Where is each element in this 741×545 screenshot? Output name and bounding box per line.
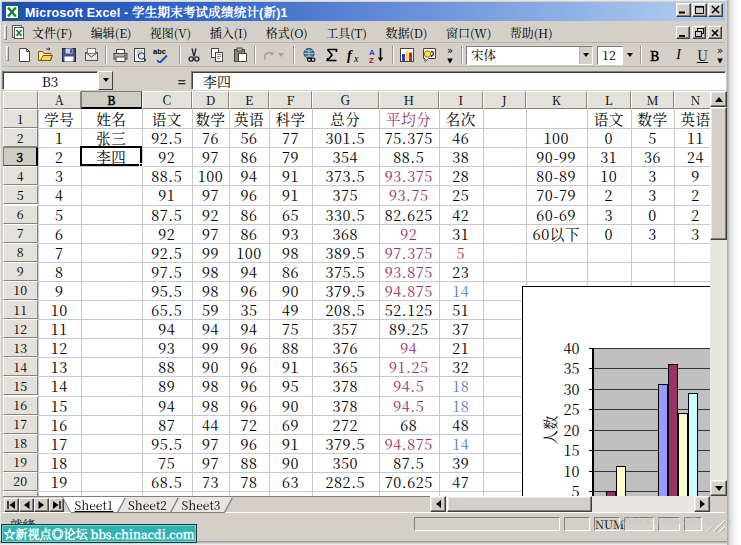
- row-header-6[interactable]: 6: [3, 205, 38, 224]
- cell-H17[interactable]: 68: [379, 415, 440, 434]
- column-header-N[interactable]: N: [674, 91, 710, 109]
- open-button[interactable]: [35, 45, 55, 65]
- cell-E5[interactable]: 96: [229, 185, 269, 204]
- sheet-tab-sheet2[interactable]: Sheet2: [117, 497, 178, 512]
- cell-E7[interactable]: 86: [229, 224, 269, 243]
- cell-D9[interactable]: 98: [192, 262, 229, 281]
- cell-L3[interactable]: 31: [587, 147, 632, 166]
- cell-M4[interactable]: 3: [631, 166, 674, 185]
- cell-G1[interactable]: 总分: [312, 109, 379, 128]
- cell-M6[interactable]: 0: [631, 205, 674, 224]
- cell-E12[interactable]: 94: [229, 319, 269, 338]
- cell-D7[interactable]: 97: [192, 224, 229, 243]
- cell-K3[interactable]: 90-99: [526, 147, 587, 166]
- cell-M1[interactable]: 数学: [631, 109, 674, 128]
- cell-H11[interactable]: 52.125: [379, 300, 440, 319]
- cell-F10[interactable]: 90: [269, 281, 312, 300]
- underline-button[interactable]: U: [693, 45, 712, 65]
- column-header-M[interactable]: M: [631, 91, 674, 109]
- cell-H7[interactable]: 92: [379, 224, 440, 243]
- cut-button[interactable]: [184, 45, 204, 65]
- cell-M5[interactable]: 3: [631, 185, 674, 204]
- cell-A7[interactable]: 6: [38, 224, 82, 243]
- cell-F9[interactable]: 86: [269, 262, 312, 281]
- cell-E17[interactable]: 72: [229, 415, 269, 434]
- undo-dropdown[interactable]: [275, 45, 287, 65]
- cell-G11[interactable]: 208.5: [312, 300, 379, 319]
- cell-C3[interactable]: 92: [142, 147, 193, 166]
- cell-E11[interactable]: 35: [229, 300, 269, 319]
- maximize-button[interactable]: [692, 3, 707, 17]
- cell-A1[interactable]: 学号: [38, 109, 82, 128]
- workbook-icon[interactable]: [11, 25, 25, 39]
- cell-N6[interactable]: 2: [674, 205, 710, 224]
- cell-G6[interactable]: 330.5: [312, 205, 379, 224]
- cell-F5[interactable]: 91: [269, 185, 312, 204]
- sort-ascending-button[interactable]: A Z: [367, 45, 387, 65]
- row-header-9[interactable]: 9: [3, 262, 38, 281]
- cell-H12[interactable]: 89.25: [379, 319, 440, 338]
- cell-A19[interactable]: 18: [38, 453, 82, 472]
- cell-A12[interactable]: 11: [38, 319, 82, 338]
- menu-file[interactable]: 文件(F): [28, 22, 76, 43]
- cell-H2[interactable]: 75.375: [379, 128, 440, 147]
- insert-hyperlink-button[interactable]: [299, 45, 319, 65]
- cell-M2[interactable]: 5: [631, 128, 674, 147]
- cell-D4[interactable]: 100: [192, 166, 229, 185]
- column-header-E[interactable]: E: [229, 91, 269, 109]
- cell-E14[interactable]: 96: [229, 357, 269, 376]
- column-header-G[interactable]: G: [312, 91, 379, 109]
- cell-L2[interactable]: 0: [587, 128, 632, 147]
- toolbar-grip[interactable]: [6, 46, 9, 61]
- cell-G9[interactable]: 375.5: [312, 262, 379, 281]
- print-preview-button[interactable]: [130, 45, 150, 65]
- cell-A6[interactable]: 5: [38, 205, 82, 224]
- cell-F8[interactable]: 98: [269, 243, 312, 262]
- cell-C16[interactable]: 94: [142, 396, 193, 415]
- cell-D15[interactable]: 98: [192, 376, 229, 395]
- cell-E4[interactable]: 94: [229, 166, 269, 185]
- cell-I8[interactable]: 5: [439, 243, 483, 262]
- cell-C10[interactable]: 95.5: [142, 281, 193, 300]
- italic-button[interactable]: I: [669, 45, 688, 65]
- cell-C9[interactable]: 97.5: [142, 262, 193, 281]
- cell-K6[interactable]: 60-69: [526, 205, 587, 224]
- cell-K4[interactable]: 80-89: [526, 166, 587, 185]
- font-name-combo[interactable]: 宋体: [466, 46, 593, 65]
- cell-F13[interactable]: 88: [269, 338, 312, 357]
- cell-A3[interactable]: 2: [38, 147, 82, 166]
- cell-K5[interactable]: 70-79: [526, 185, 587, 204]
- cell-I9[interactable]: 23: [439, 262, 483, 281]
- cell-C2[interactable]: 92.5: [142, 128, 193, 147]
- cell-H6[interactable]: 82.625: [379, 205, 440, 224]
- column-header-H[interactable]: H: [379, 91, 440, 109]
- cell-A16[interactable]: 15: [38, 396, 82, 415]
- cell-D16[interactable]: 98: [192, 396, 229, 415]
- cell-E18[interactable]: 96: [229, 434, 269, 453]
- column-header-K[interactable]: K: [526, 91, 587, 109]
- cell-A10[interactable]: 9: [38, 281, 82, 300]
- cell-D6[interactable]: 92: [192, 205, 229, 224]
- cell-G8[interactable]: 389.5: [312, 243, 379, 262]
- cell-M7[interactable]: 3: [631, 224, 674, 243]
- cell-I16[interactable]: 18: [439, 396, 483, 415]
- select-all-corner[interactable]: [3, 91, 38, 109]
- cell-N4[interactable]: 9: [674, 166, 710, 185]
- cell-C5[interactable]: 91: [142, 185, 193, 204]
- row-header-13[interactable]: 13: [3, 338, 38, 357]
- cell-C20[interactable]: 68.5: [142, 472, 193, 491]
- cell-H4[interactable]: 93.375: [379, 166, 440, 185]
- cell-K2[interactable]: 100: [526, 128, 587, 147]
- fill-handle[interactable]: [139, 163, 143, 167]
- cell-C8[interactable]: 92.5: [142, 243, 193, 262]
- row-header-5[interactable]: 5: [3, 185, 38, 204]
- formatting-more-button[interactable]: »▼: [713, 45, 727, 65]
- font-size-dropdown[interactable]: [623, 46, 636, 65]
- row-header-19[interactable]: 19: [3, 453, 38, 472]
- cell-D1[interactable]: 数学: [192, 109, 229, 128]
- cell-C13[interactable]: 93: [142, 338, 193, 357]
- column-header-I[interactable]: I: [439, 91, 483, 109]
- font-name-dropdown[interactable]: [579, 47, 592, 64]
- cell-F3[interactable]: 79: [269, 147, 312, 166]
- cell-C6[interactable]: 87.5: [142, 205, 193, 224]
